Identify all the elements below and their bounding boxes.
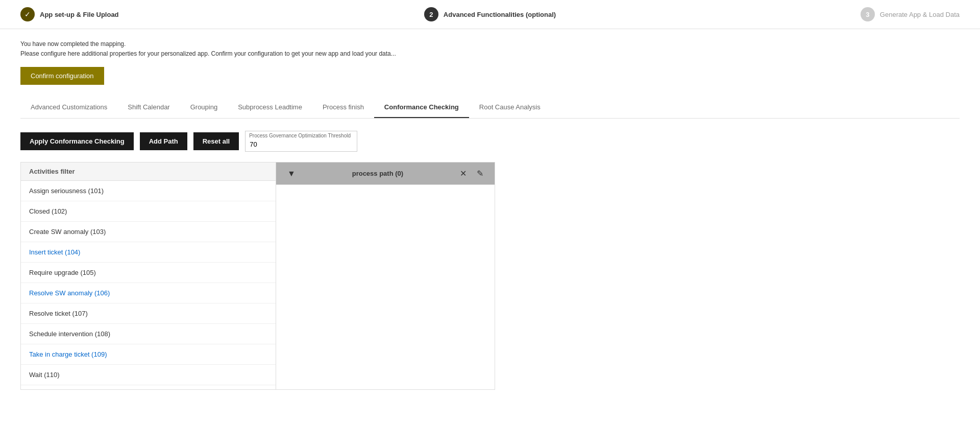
tab-process-finish[interactable]: Process finish: [312, 97, 374, 118]
activity-item[interactable]: Take in charge ticket (109): [21, 344, 276, 365]
activities-header: Activities filter: [21, 162, 276, 181]
activity-item[interactable]: Require upgrade (105): [21, 263, 276, 283]
activity-item[interactable]: Resolve SW anomaly (106): [21, 283, 276, 303]
info-configure: Please configure here additional propert…: [20, 49, 960, 59]
activity-item[interactable]: Schedule intervention (108): [21, 324, 276, 344]
threshold-field: Process Governance Optimization Threshol…: [245, 131, 357, 152]
tab-subprocess-leadtime[interactable]: Subprocess Leadtime: [228, 97, 312, 118]
activity-item[interactable]: Closed (102): [21, 201, 276, 222]
activity-item[interactable]: Insert ticket (104): [21, 242, 276, 263]
step3-number: 3: [861, 7, 875, 21]
process-path-title: process path (0): [299, 170, 457, 177]
process-path-controls: ✕ ✎: [457, 168, 486, 179]
add-path-button[interactable]: Add Path: [140, 132, 187, 150]
collapse-path-button[interactable]: ▼: [284, 168, 299, 179]
tab-shift-calendar[interactable]: Shift Calendar: [117, 97, 180, 118]
reset-all-button[interactable]: Reset all: [193, 132, 239, 150]
activity-item[interactable]: Assign seriousness (101): [21, 181, 276, 201]
process-path-panel: ▼ process path (0) ✕ ✎: [276, 162, 495, 389]
step2-number: 2: [424, 7, 438, 21]
tab-grouping[interactable]: Grouping: [180, 97, 228, 118]
activity-item[interactable]: Resolve ticket (107): [21, 303, 276, 324]
info-completed: You have now completed the mapping.: [20, 39, 960, 49]
info-block: You have now completed the mapping. Plea…: [20, 39, 960, 59]
step-1: ✓ App set-up & File Upload: [20, 7, 333, 21]
step-3: 3 Generate App & Load Data: [647, 7, 960, 21]
activity-item[interactable]: Create SW anomaly (103): [21, 222, 276, 242]
step3-label: Generate App & Load Data: [880, 11, 960, 18]
threshold-label: Process Governance Optimization Threshol…: [249, 133, 351, 138]
process-path-header: ▼ process path (0) ✕ ✎: [276, 162, 495, 185]
step1-label: App set-up & File Upload: [40, 11, 119, 18]
tab-root-cause-analysis[interactable]: Root Cause Analysis: [469, 97, 551, 118]
activity-item[interactable]: Wait (110): [21, 365, 276, 385]
step2-label: Advanced Functionalities (optional): [444, 11, 556, 18]
stepper: ✓ App set-up & File Upload 2 Advanced Fu…: [0, 0, 980, 29]
process-path-body: [276, 185, 495, 389]
tab-conformance-checking[interactable]: Conformance Checking: [374, 97, 469, 118]
apply-conformance-checking-button[interactable]: Apply Conformance Checking: [20, 132, 134, 150]
step1-icon: ✓: [20, 7, 35, 21]
confirm-configuration-button[interactable]: Confirm configuration: [20, 67, 104, 85]
tab-advanced-customizations[interactable]: Advanced Customizations: [20, 97, 117, 118]
toolbar: Apply Conformance Checking Add Path Rese…: [20, 131, 960, 152]
close-path-button[interactable]: ✕: [457, 168, 470, 179]
activities-list: Activities filter Assign seriousness (10…: [21, 162, 276, 389]
step-2: 2 Advanced Functionalities (optional): [333, 7, 646, 21]
edit-path-button[interactable]: ✎: [474, 168, 486, 179]
tabs-bar: Advanced Customizations Shift Calendar G…: [20, 97, 960, 119]
activities-panel: Activities filter Assign seriousness (10…: [20, 162, 495, 390]
main-content: You have now completed the mapping. Plea…: [0, 29, 980, 400]
